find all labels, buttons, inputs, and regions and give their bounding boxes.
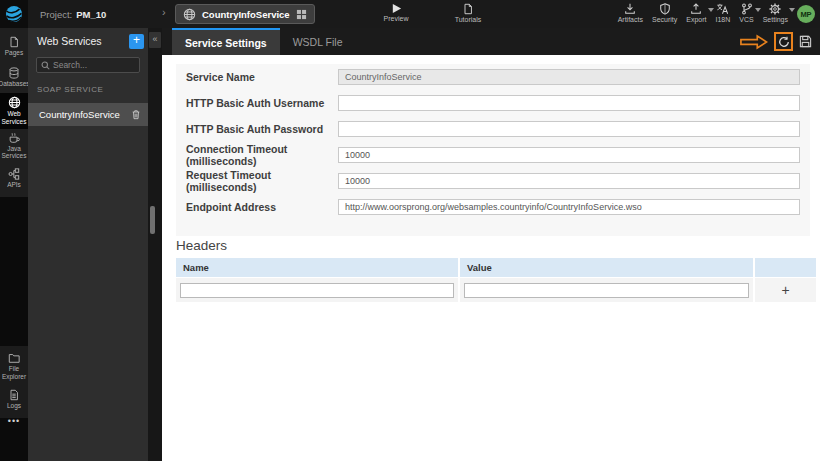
left-nav-rail: Pages Databases Web Services Java Servic… [0, 28, 28, 461]
collapse-panel-button[interactable]: « [149, 32, 161, 48]
sidebar-item-logs[interactable]: Logs [0, 384, 28, 415]
sidebar-item-pages[interactable]: Pages [0, 31, 28, 62]
tab-actions [740, 28, 820, 55]
endpoint-address-field[interactable] [338, 199, 800, 215]
tutorials-label: Tutorials [455, 16, 482, 23]
download-icon [624, 3, 636, 15]
security-label: Security [652, 16, 677, 23]
panel-splitter[interactable]: « [148, 28, 162, 461]
preview-button[interactable]: Preview [376, 3, 416, 22]
trash-icon[interactable] [131, 109, 141, 120]
search-input[interactable] [53, 60, 133, 70]
top-bar-actions: Artifacts Security Export I18N [618, 3, 788, 23]
search-icon [41, 61, 50, 70]
column-header-value: Value [460, 258, 753, 277]
wavemaker-logo[interactable] [0, 0, 28, 28]
gear-icon [769, 3, 781, 15]
service-search[interactable] [36, 57, 140, 73]
breadcrumb-chevron-icon: › [162, 6, 166, 18]
play-icon [391, 3, 402, 14]
header-name-input[interactable] [180, 283, 454, 298]
form-row-auth-username: HTTP Basic Auth Username [176, 90, 810, 116]
security-button[interactable]: Security [652, 3, 677, 23]
shield-icon [659, 3, 671, 15]
sidebar-item-databases[interactable]: Databases [0, 62, 28, 93]
page-icon [8, 36, 20, 48]
column-header-actions [755, 258, 816, 277]
settings-label: Settings [763, 16, 788, 23]
log-file-icon [8, 389, 20, 401]
sidebar-item-web-services[interactable]: Web Services [0, 93, 28, 129]
service-tab-bar: Service Settings WSDL File [162, 28, 820, 55]
project-name: PM_10 [76, 9, 106, 20]
scrollbar-thumb[interactable] [150, 206, 155, 234]
tab-wsdl-file[interactable]: WSDL File [280, 28, 356, 55]
service-tab-label: CountryInfoService [202, 9, 290, 20]
database-icon [8, 67, 20, 79]
annotation-highlight-box [774, 32, 793, 51]
auth-username-field[interactable] [338, 95, 800, 111]
api-nodes-icon [8, 168, 20, 180]
document-icon [462, 3, 474, 15]
service-name: CountryInfoService [39, 109, 131, 120]
vcs-label: VCS [739, 16, 753, 23]
logo-icon [5, 5, 23, 23]
export-button[interactable]: Export [686, 3, 706, 23]
rail-bottom-group: File Explorer Logs [0, 346, 28, 418]
folder-icon [8, 352, 20, 364]
grid-icon[interactable] [296, 9, 307, 20]
rail-top-group: Pages Databases Web Services Java Servic… [0, 28, 28, 197]
panel-header: Web Services + [28, 28, 148, 54]
translate-icon [716, 3, 729, 15]
vcs-button[interactable]: VCS [739, 3, 753, 23]
form-row-request-timeout: Request Timeout (milliseconds) [176, 168, 810, 194]
headers-table-header: Name Value [176, 258, 818, 277]
form-row-service-name: Service Name [176, 64, 810, 90]
globe-icon [183, 8, 196, 21]
upload-icon [690, 3, 702, 15]
tab-service-settings[interactable]: Service Settings [172, 28, 280, 55]
form-row-connection-timeout: Connection Timeout (milliseconds) [176, 142, 810, 168]
settings-button[interactable]: Settings [763, 3, 788, 23]
service-list-item[interactable]: CountryInfoService [28, 103, 148, 126]
sidebar-item-file-explorer[interactable]: File Explorer [0, 349, 28, 384]
artifacts-button[interactable]: Artifacts [618, 3, 643, 23]
sidebar-item-java-services[interactable]: Java Services [0, 129, 28, 164]
service-name-field[interactable] [338, 69, 800, 85]
header-value-input[interactable] [464, 283, 749, 298]
i18n-label: I18N [716, 16, 731, 23]
more-options-button[interactable]: ••• [0, 416, 28, 426]
main-content: Service Settings WSDL File Service Name … [162, 28, 820, 461]
headers-table: Name Value + [176, 258, 818, 302]
user-avatar[interactable]: MP [797, 5, 815, 23]
save-icon[interactable] [799, 35, 812, 48]
preview-label: Preview [384, 15, 409, 22]
export-label: Export [686, 16, 706, 23]
project-label: Project: [40, 9, 72, 20]
add-header-button[interactable]: + [755, 278, 816, 302]
open-service-tab[interactable]: CountryInfoService [175, 4, 315, 24]
chevron-down-icon [755, 8, 761, 12]
reload-icon[interactable] [778, 36, 790, 48]
connection-timeout-field[interactable] [338, 147, 800, 163]
branch-icon [741, 3, 753, 15]
coffee-cup-icon [8, 132, 20, 144]
tutorials-button[interactable]: Tutorials [446, 3, 490, 23]
sidebar-item-apis[interactable]: APIs [0, 163, 28, 194]
globe-icon [8, 96, 21, 109]
form-row-endpoint-address: Endpoint Address [176, 194, 810, 220]
chevron-down-icon [708, 8, 714, 12]
top-bar: Project: PM_10 › CountryInfoService Prev… [0, 0, 820, 28]
headers-section-title: Headers [176, 238, 227, 253]
web-services-panel: Web Services + SOAP SERVICE CountryInfoS… [28, 28, 148, 461]
add-service-button[interactable]: + [129, 34, 144, 49]
chevron-down-icon [789, 8, 795, 12]
artifacts-label: Artifacts [618, 16, 643, 23]
auth-password-field[interactable] [338, 121, 800, 137]
annotation-arrow [740, 34, 768, 50]
project-breadcrumb[interactable]: Project: PM_10 [40, 0, 106, 28]
headers-table-row: + [176, 278, 818, 302]
request-timeout-field[interactable] [338, 173, 800, 189]
form-row-auth-password: HTTP Basic Auth Password [176, 116, 810, 142]
i18n-button[interactable]: I18N [716, 3, 731, 23]
